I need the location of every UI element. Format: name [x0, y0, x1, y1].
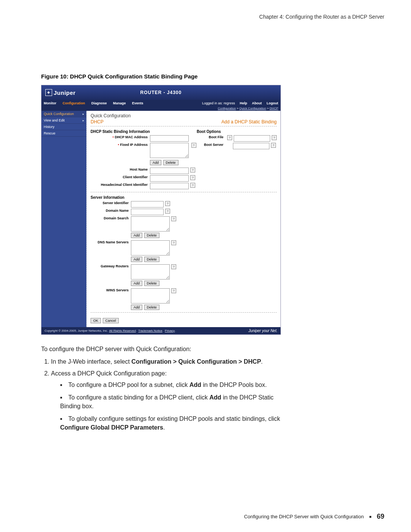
content-action-title: Add a DHCP Static Binding — [221, 119, 277, 125]
label-clientid: Client Identifier — [91, 175, 150, 179]
page-number: 69 — [377, 513, 384, 521]
help-icon[interactable]: ? — [165, 209, 170, 214]
gateway-input[interactable] — [131, 264, 170, 280]
wins-input[interactable] — [131, 288, 170, 304]
body-text: To configure the DHCP server with Quick … — [41, 345, 285, 432]
delete-button[interactable]: Delete — [144, 233, 159, 238]
page-footer: Configuring the DHCP Server with Quick C… — [244, 513, 384, 521]
add-button[interactable]: Add — [150, 160, 161, 165]
label-hexclientid: Hexadecimal Client Identifier — [91, 183, 150, 187]
bootserver-input[interactable] — [233, 143, 269, 149]
section-binding-title: DHCP Static Binding Information — [91, 129, 197, 134]
domainsearch-input[interactable] — [131, 216, 170, 232]
nav-about[interactable]: About — [252, 101, 262, 105]
crumb-configuration[interactable]: Configuration — [218, 107, 236, 110]
sidebar: Quick Configuration ▸ View and Edit ▸ Hi… — [41, 111, 86, 327]
intro-text: To configure the DHCP server with Quick … — [41, 345, 285, 353]
delete-button[interactable]: Delete — [144, 305, 159, 310]
help-icon[interactable]: ? — [190, 175, 195, 180]
add-button[interactable]: Add — [131, 233, 142, 238]
help-icon[interactable]: ? — [190, 183, 195, 188]
help-icon[interactable]: ? — [190, 168, 195, 173]
nav-logout[interactable]: Logout — [267, 101, 279, 105]
chevron-right-icon: ▸ — [83, 119, 84, 122]
sidebar-item-viewedit[interactable]: View and Edit ▸ — [41, 117, 86, 124]
nav-left: Monitor Configuration Diagnose Manage Ev… — [44, 101, 149, 105]
bullet-3: To globally configure settings for exist… — [60, 414, 285, 432]
dns-input[interactable] — [131, 240, 170, 256]
ok-button[interactable]: OK — [91, 318, 101, 323]
label-bootserver: Boot Server — [197, 143, 226, 147]
cancel-button[interactable]: Cancel — [103, 318, 119, 323]
add-button[interactable]: Add — [131, 257, 142, 262]
logo-text: Juniper — [54, 89, 76, 96]
copyright-text: Copyright © 2004-2005, Juniper Networks,… — [45, 329, 108, 332]
nav-events[interactable]: Events — [132, 101, 143, 105]
footer-link-trademark[interactable]: Trademark Notice — [138, 329, 162, 332]
nav-help[interactable]: Help — [240, 101, 247, 105]
logged-in-text: Logged in as: regress — [202, 101, 235, 105]
screenshot: ✦ Juniper ROUTER - J4300 Monitor Configu… — [41, 85, 281, 335]
footer-link-rights[interactable]: All Rights Reserved — [109, 329, 136, 332]
help-icon[interactable]: ? — [171, 216, 176, 221]
crumb-quickconfig[interactable]: Quick Configuration — [239, 107, 266, 110]
juniper-logo: ✦ Juniper — [45, 89, 76, 96]
label-mac: DHCP MAC Address — [115, 135, 148, 139]
breadcrumb: Configuration > Quick Configuration > DH… — [41, 107, 280, 111]
nav-monitor[interactable]: Monitor — [44, 101, 56, 105]
footer-link-privacy[interactable]: Privacy — [165, 329, 175, 332]
fixedip-input[interactable] — [150, 143, 189, 158]
sidebar-item-rescue[interactable]: Rescue — [41, 130, 86, 137]
label-wins: WINS Servers — [91, 288, 131, 292]
bullet-2: To configure a static binding for a DHCP… — [60, 393, 285, 411]
sidebar-label: Rescue — [44, 131, 56, 135]
hostname-input[interactable] — [150, 168, 189, 174]
label-serverid: Server Identifier — [91, 201, 131, 205]
delete-button[interactable]: Delete — [163, 160, 178, 165]
content-subtitle: DHCP — [91, 119, 104, 125]
mac-input[interactable] — [150, 135, 189, 142]
section-server-title: Server Information — [91, 195, 277, 200]
router-title: ROUTER - J4300 — [76, 90, 246, 95]
delete-button[interactable]: Delete — [144, 257, 159, 262]
help-icon[interactable]: ? — [171, 240, 176, 245]
help-icon[interactable]: ? — [191, 143, 196, 148]
help-icon[interactable]: ? — [171, 288, 176, 293]
domainname-input[interactable] — [131, 209, 164, 215]
hexclientid-input[interactable] — [150, 183, 189, 189]
app-banner: ✦ Juniper ROUTER - J4300 — [41, 85, 280, 100]
nav-right: Logged in as: regress Help About Logout — [198, 101, 278, 105]
sidebar-label: Quick Configuration — [44, 112, 74, 116]
help-icon[interactable]: ? — [227, 135, 232, 140]
label-dns: DNS Name Servers — [91, 240, 131, 244]
add-button[interactable]: Add — [131, 305, 142, 310]
add-button[interactable]: Add — [131, 281, 142, 286]
step-1: In the J-Web interface, select Configura… — [51, 357, 285, 366]
juniper-icon: ✦ — [45, 89, 52, 96]
help-icon[interactable]: ? — [165, 201, 170, 206]
app-footer: Copyright © 2004-2005, Juniper Networks,… — [41, 327, 280, 334]
delete-button[interactable]: Delete — [144, 281, 159, 286]
chapter-header: Chapter 4: Configuring the Router as a D… — [27, 14, 384, 20]
help-icon[interactable]: ? — [171, 264, 176, 269]
serverid-input[interactable] — [131, 201, 164, 208]
content-pane: Quick Configuration DHCP Add a DHCP Stat… — [86, 111, 280, 327]
label-domainsearch: Domain Search — [91, 216, 131, 220]
nav-manage[interactable]: Manage — [113, 101, 126, 105]
nav-configuration[interactable]: Configuration — [63, 101, 85, 105]
square-icon: ■ — [369, 514, 371, 519]
sidebar-item-history[interactable]: History — [41, 124, 86, 130]
help-icon[interactable]: ? — [271, 143, 276, 148]
label-fixedip: Fixed IP Address — [120, 143, 148, 147]
tagline: Juniper your Net. — [249, 329, 277, 333]
help-icon[interactable]: ? — [272, 135, 277, 140]
sidebar-item-quickconfig[interactable]: Quick Configuration ▸ — [41, 111, 86, 117]
bootfile-input[interactable] — [234, 135, 270, 142]
crumb-dhcp[interactable]: DHCP — [269, 107, 278, 110]
sidebar-label: View and Edit — [44, 118, 65, 122]
clientid-input[interactable] — [150, 175, 189, 182]
label-bootfile: Boot File — [197, 135, 226, 139]
label-hostname: Host Name — [91, 168, 150, 171]
figure-caption: Figure 10: DHCP Quick Configuration Stat… — [41, 73, 384, 80]
nav-diagnose[interactable]: Diagnose — [91, 101, 107, 105]
